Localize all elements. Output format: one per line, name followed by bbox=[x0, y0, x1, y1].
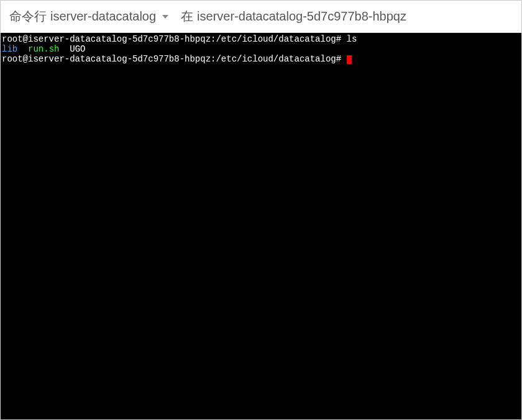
terminal-line: root@iserver-datacatalog-5d7c977b8-hbpqz… bbox=[2, 54, 520, 64]
in-label: 在 bbox=[181, 8, 193, 25]
chevron-down-icon bbox=[162, 15, 168, 19]
terminal-line: root@iserver-datacatalog-5d7c977b8-hbpqz… bbox=[2, 34, 520, 44]
header-title: 命令行 bbox=[9, 8, 47, 25]
ls-item-exec: run.sh bbox=[28, 44, 59, 54]
cursor-block bbox=[347, 55, 352, 64]
header-title-block: 命令行 iserver-datacatalog 在 iserver-dataca… bbox=[9, 8, 406, 25]
shell-command: ls bbox=[347, 34, 357, 44]
terminal-area[interactable]: root@iserver-datacatalog-5d7c977b8-hbpqz… bbox=[1, 33, 521, 419]
shell-prompt: root@iserver-datacatalog-5d7c977b8-hbpqz… bbox=[2, 34, 341, 44]
pod-name: iserver-datacatalog-5d7c977b8-hbpqz bbox=[197, 9, 406, 24]
service-dropdown[interactable]: iserver-datacatalog bbox=[50, 9, 175, 24]
terminal-window: 命令行 iserver-datacatalog 在 iserver-dataca… bbox=[0, 0, 522, 420]
shell-prompt: root@iserver-datacatalog-5d7c977b8-hbpqz… bbox=[2, 54, 341, 64]
header-bar: 命令行 iserver-datacatalog 在 iserver-dataca… bbox=[1, 1, 521, 33]
ls-item-plain: UGO bbox=[70, 44, 85, 54]
ls-item-dir: lib bbox=[2, 44, 17, 54]
terminal-line: lib run.sh UGO bbox=[2, 44, 520, 54]
service-name: iserver-datacatalog bbox=[50, 9, 156, 24]
